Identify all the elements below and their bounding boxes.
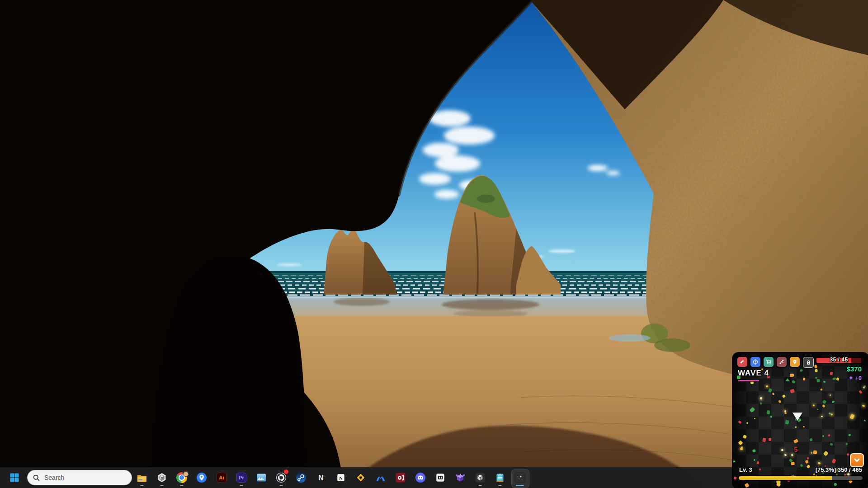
spawn-marker <box>784 377 791 383</box>
chrome-profile-avatar <box>183 470 189 477</box>
taskbar-app-purple-box[interactable] <box>455 469 466 487</box>
red-audio-app-icon <box>395 472 406 483</box>
taskbar-app-notepad[interactable] <box>495 469 505 487</box>
wave-label: WAVE 4 <box>738 369 769 378</box>
desktop: Ai Pr <box>0 0 868 488</box>
xp-bar <box>739 476 863 480</box>
taskbar-app-steam[interactable] <box>296 469 307 487</box>
taskbar-app-wallpaper-engine[interactable] <box>256 469 267 487</box>
running-indicator <box>479 485 482 486</box>
windows-logo-icon <box>9 472 20 483</box>
taskbar-app-n[interactable]: N <box>316 469 326 487</box>
taskbar-app-chrome[interactable] <box>176 469 187 487</box>
taskbar-app-unity-editor[interactable] <box>475 469 486 487</box>
taskbar-app-icons: Ai Pr <box>137 467 525 488</box>
gun-icon <box>739 359 745 365</box>
taskbar-search-box[interactable] <box>27 470 132 485</box>
orbit-icon <box>752 359 759 365</box>
notion-icon: N <box>335 472 346 483</box>
game-overlay-window[interactable]: 35 / 45 $370 ✦ +0 WAVE 4 5 Lv. 3 [75.3%]… <box>733 353 868 488</box>
running-indicator <box>141 485 144 486</box>
taskbar-app-unity-hub[interactable] <box>156 469 167 487</box>
xp-bar-fill <box>739 476 832 480</box>
shop-button[interactable] <box>764 357 774 367</box>
weapon-button[interactable] <box>737 357 747 367</box>
cart-icon <box>765 359 772 365</box>
collapse-button[interactable] <box>850 453 864 467</box>
sparkle-icon: ✦ <box>849 375 854 381</box>
adobe-premiere-icon: Pr <box>236 472 247 483</box>
taskbar-app-pixel-robot[interactable] <box>435 469 446 487</box>
money-label: $370 <box>847 365 862 373</box>
health-text: 35 / 45 <box>816 357 861 363</box>
svg-text:N: N <box>318 474 324 482</box>
n-app-icon: N <box>316 472 326 483</box>
orbit-button[interactable] <box>750 357 760 367</box>
svg-text:N: N <box>339 475 343 481</box>
player-ship <box>793 413 802 421</box>
active-indicator <box>516 485 524 486</box>
start-button[interactable] <box>6 469 23 486</box>
recording-badge <box>284 469 288 474</box>
lock-button[interactable] <box>803 357 814 368</box>
unity-editor-icon <box>475 472 486 483</box>
lock-icon <box>806 360 811 366</box>
file-explorer-icon <box>137 472 147 483</box>
taskbar-app-file-explorer[interactable] <box>137 469 147 487</box>
taskbar-app-game-window[interactable] <box>514 469 525 487</box>
taskbar-app-illustrator[interactable]: Ai <box>216 469 227 487</box>
running-indicator <box>160 485 164 486</box>
purple-box-app-icon <box>455 472 466 483</box>
bonus-label: ✦ +0 <box>849 375 862 381</box>
running-indicator <box>499 485 502 486</box>
taskbar-app-obs[interactable] <box>276 469 287 487</box>
wave-progress-bar <box>738 380 759 381</box>
upgrade-button[interactable] <box>790 357 800 367</box>
turret-icon <box>778 359 785 365</box>
nordvpn-icon <box>375 472 386 483</box>
chevron-down-icon <box>854 457 860 464</box>
svg-text:Ai: Ai <box>219 475 224 480</box>
steam-icon <box>296 472 307 483</box>
adobe-illustrator-icon: Ai <box>216 472 227 483</box>
game-toolbar <box>737 357 814 368</box>
unity-hub-icon <box>156 472 167 483</box>
taskbar-app-notion[interactable]: N <box>335 469 346 487</box>
taskbar-app-discord[interactable] <box>415 469 426 487</box>
wallpaper-engine-icon <box>256 472 267 483</box>
yellow-diamond-app-icon <box>355 472 366 483</box>
search-icon <box>33 474 40 481</box>
xp-label: [75.3%] 350 / 465 <box>816 466 862 473</box>
taskbar-app-pin[interactable] <box>196 469 207 487</box>
taskbar-app-premiere[interactable]: Pr <box>236 469 247 487</box>
level-label: Lv. 3 <box>739 466 752 473</box>
turret-button[interactable] <box>777 357 787 367</box>
running-indicator <box>180 485 184 486</box>
pin-app-icon <box>196 472 207 483</box>
taskbar-app-red-audio[interactable] <box>395 469 406 487</box>
svg-text:Pr: Pr <box>239 475 244 480</box>
running-indicator <box>240 485 243 486</box>
damage-number: 5 <box>794 446 797 453</box>
search-input[interactable] <box>43 474 113 482</box>
game-window-icon <box>514 472 525 483</box>
taskbar-app-yellow-diamond[interactable] <box>355 469 366 487</box>
bulb-icon <box>792 359 798 365</box>
pixel-robot-app-icon <box>435 472 446 483</box>
discord-icon <box>415 472 426 483</box>
running-indicator <box>280 485 283 486</box>
enemy-health-bar: 35 / 45 <box>816 358 861 363</box>
notepad-icon <box>495 472 505 483</box>
taskbar-app-nordvpn[interactable] <box>375 469 386 487</box>
